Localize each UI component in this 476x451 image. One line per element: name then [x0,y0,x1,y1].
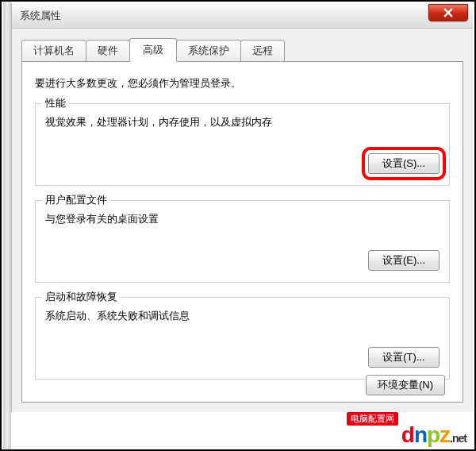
watermark-label: 电脑配置网 [347,412,398,426]
group-userprofile-title: 用户配置文件 [42,193,110,207]
window-title: 系统属性 [20,9,61,23]
titlebar: 系统属性 [12,3,473,29]
group-startup-recovery: 启动和故障恢复 系统启动、系统失败和调试信息 设置(T)... [35,297,450,380]
close-button[interactable] [428,4,468,21]
dialog-body: 计算机名 硬件 高级 系统保护 远程 要进行大多数更改，您必须作为管理员登录。 … [12,29,473,412]
group-performance: 性能 视觉效果，处理器计划，内存使用，以及虚拟内存 设置(S)... [35,103,450,186]
tab-strip: 计算机名 硬件 高级 系统保护 远程 [21,40,463,62]
system-properties-dialog: 系统属性 计算机名 硬件 高级 系统保护 远程 要进行大多数更改，您必须作为管理… [11,3,473,412]
group-startup-desc: 系统启动、系统失败和调试信息 [45,309,440,323]
tab-hardware[interactable]: 硬件 [86,40,130,62]
window-left-frame [3,2,11,449]
admin-notice: 要进行大多数更改，您必须作为管理员登录。 [35,76,450,91]
startup-settings-button[interactable]: 设置(T)... [368,347,440,368]
environment-variables-button[interactable]: 环境变量(N) [366,375,445,395]
tab-panel-advanced: 要进行大多数更改，您必须作为管理员登录。 性能 视觉效果，处理器计划，内存使用，… [21,61,463,403]
group-performance-desc: 视觉效果，处理器计划，内存使用，以及虚拟内存 [45,115,440,129]
watermark-logo: dnpz.net [401,424,466,446]
group-startup-title: 启动和故障恢复 [42,290,121,304]
tab-computer-name[interactable]: 计算机名 [21,40,86,62]
tab-system-protection[interactable]: 系统保护 [176,40,241,62]
watermark: dnpz.net [401,424,466,446]
group-user-profile: 用户配置文件 与您登录有关的桌面设置 设置(E)... [35,200,450,283]
tab-remote[interactable]: 远程 [240,40,285,62]
tab-advanced[interactable]: 高级 [129,38,177,62]
userprofile-settings-button[interactable]: 设置(E)... [368,250,440,271]
performance-settings-button[interactable]: 设置(S)... [368,153,440,174]
group-performance-title: 性能 [42,96,69,110]
group-userprofile-desc: 与您登录有关的桌面设置 [45,212,440,226]
close-icon [443,8,453,17]
